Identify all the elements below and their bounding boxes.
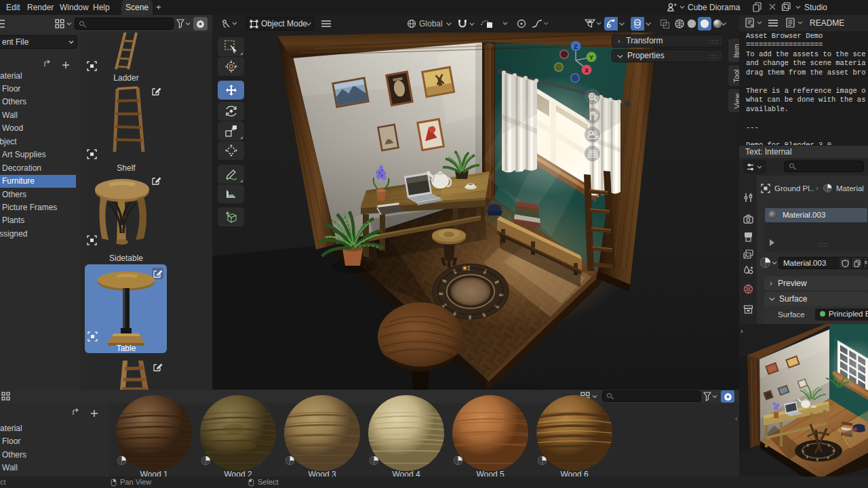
svg-text:Z: Z <box>574 43 578 50</box>
svg-text:X: X <box>585 67 589 74</box>
svg-text:Y: Y <box>589 54 593 61</box>
